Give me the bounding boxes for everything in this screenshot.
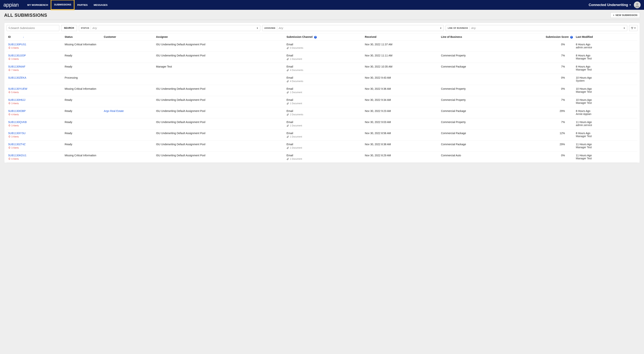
alerts-badge: 3 Alerts: [8, 147, 62, 149]
search-button[interactable]: SEARCH: [61, 25, 77, 31]
status-filter-value: Any: [92, 26, 255, 29]
assignee-cell: Manager Test: [154, 63, 285, 74]
workspace-switcher[interactable]: Connected Underwriting ▼: [589, 3, 631, 7]
nav-tab-parties[interactable]: PARTIES: [74, 0, 90, 10]
assignee-cell: ISU Underwriting Default Assignment Pool: [154, 140, 285, 151]
toolbar: SEARCH STATUS Any ▼ ASSIGNEE Any ▼ LINE …: [4, 22, 640, 163]
search-input[interactable]: [11, 26, 58, 29]
alerts-badge: 4 Alerts: [8, 158, 62, 160]
lob-cell: Commercial Property: [440, 85, 509, 96]
more-filters-button[interactable]: ▼: [629, 25, 638, 31]
submission-id-link[interactable]: SUB1130JJOP: [8, 54, 62, 57]
lob-cell: Commercial Property: [440, 96, 509, 107]
score-cell: 12%: [509, 129, 574, 140]
received-cell: Nov 30, 2022 11:37 AM: [364, 40, 440, 51]
customer-link[interactable]: Argo Real Estate: [104, 109, 124, 112]
channel-cell: Email4 Documents: [285, 74, 363, 85]
channel-cell: Email1 Document: [285, 129, 363, 140]
documents-count: 1 Document: [286, 58, 362, 60]
submission-id-link[interactable]: SUB1130ZEKA: [8, 76, 62, 79]
submission-id-link[interactable]: SUB1130H6JJ: [8, 98, 62, 101]
lob-cell: Commercial Property: [440, 51, 509, 63]
search-input-wrap[interactable]: [6, 25, 59, 31]
assignee-cell: ISU Underwriting Default Assignment Pool: [154, 40, 285, 51]
documents-count: 1 Document: [286, 135, 362, 138]
col-header-status[interactable]: Status: [63, 33, 102, 41]
documents-count: 1 Document: [286, 124, 362, 127]
status-cell: Processing: [63, 74, 102, 85]
col-header-channel[interactable]: Submission Channel ?: [285, 33, 363, 41]
submission-id-link[interactable]: SUB1130KDU1: [8, 154, 62, 157]
table-row: SUB1130KDU14 AlertsMissing Critical Info…: [6, 151, 638, 163]
status-cell: Ready: [63, 51, 102, 63]
documents-count: 1 Document: [286, 102, 362, 105]
nav-tabs: MY WORKBENCHSUBMISSIONSPARTIESMESSAGES: [24, 0, 110, 10]
assignee-cell: ISU Underwriting Default Assignment Pool: [154, 96, 285, 107]
col-header-lob[interactable]: Line of Business: [440, 33, 509, 41]
assignee-cell: ISU Underwriting Default Assignment Pool: [154, 129, 285, 140]
paperclip-icon: [286, 58, 289, 60]
modified-cell: 10 Hours AgoManager Test: [574, 85, 638, 96]
col-header-modified[interactable]: Last Modified: [574, 33, 638, 41]
alerts-badge: 3 Alerts: [8, 102, 62, 105]
received-cell: Nov 30, 2022 9:43 AM: [364, 74, 440, 85]
status-cell: Ready: [63, 118, 102, 129]
modified-cell: 11 Hours AgoManager Test: [574, 151, 638, 163]
modified-cell: 10 Hours AgoSystem: [574, 74, 638, 85]
customer-cell: [102, 151, 154, 163]
submission-id-link[interactable]: SUB1130IYSU: [8, 132, 62, 135]
assignee-cell: ISU Underwriting Default Assignment Pool: [154, 85, 285, 96]
assignee-cell: ISU Underwriting Default Assignment Pool: [154, 51, 285, 63]
submission-id-link[interactable]: SUB1130QVKB: [8, 121, 62, 124]
customer-cell: [102, 63, 154, 74]
submission-id-link[interactable]: SUB11302T4Z: [8, 143, 62, 146]
customer-cell: [102, 74, 154, 85]
col-header-score[interactable]: Submission Score ?: [509, 33, 574, 41]
customer-cell[interactable]: Argo Real Estate: [102, 107, 154, 118]
help-icon[interactable]: ?: [570, 36, 573, 38]
table-row: SUB1130QVKB3 AlertsReadyISU Underwriting…: [6, 118, 638, 129]
assignee-cell: ISU Underwriting Default Assignment Pool: [154, 151, 285, 163]
new-submission-button[interactable]: + NEW SUBMISSION: [610, 12, 640, 18]
score-cell: 7%: [509, 51, 574, 63]
help-icon[interactable]: ?: [314, 36, 317, 38]
assignee-filter[interactable]: ASSIGNEE Any ▼: [262, 25, 444, 31]
table-row: SUB1130NIAF7 AlertsReadyManager TestEmai…: [6, 63, 638, 74]
lob-cell: Commercial Property: [440, 118, 509, 129]
channel-cell: Email1 Document: [285, 85, 363, 96]
score-cell: 0%: [509, 151, 574, 163]
bell-icon: [8, 135, 11, 138]
status-cell: Missing Critical Information: [63, 40, 102, 51]
status-filter-label: STATUS: [81, 27, 89, 29]
score-cell: 0%: [509, 85, 574, 96]
submission-id-link[interactable]: SUB1130PUS1: [8, 43, 62, 46]
svg-point-1: [9, 27, 10, 28]
submission-id-link[interactable]: SUB1130NIAF: [8, 65, 62, 68]
status-cell: Ready: [63, 63, 102, 74]
nav-tab-submissions[interactable]: SUBMISSIONS: [51, 0, 74, 10]
received-cell: Nov 30, 2022 9:36 AM: [364, 85, 440, 96]
bell-icon: [8, 102, 11, 105]
nav-tab-my-workbench[interactable]: MY WORKBENCH: [24, 0, 51, 10]
modified-cell: 8 Hours Agoadmin.service: [574, 40, 638, 51]
bell-icon: [8, 124, 11, 127]
customer-cell: [102, 129, 154, 140]
lob-filter[interactable]: LINE OF BUSINESS Any ▼: [446, 25, 627, 31]
brand-logo[interactable]: appian: [4, 2, 19, 8]
plus-icon: +: [613, 14, 614, 16]
col-header-received[interactable]: Received: [364, 33, 440, 41]
workspace-label: Connected Underwriting: [589, 3, 628, 7]
nav-tab-messages[interactable]: MESSAGES: [91, 0, 111, 10]
submission-id-link[interactable]: SUB1130YUEW: [8, 87, 62, 90]
channel-cell: Email1 Document: [285, 140, 363, 151]
received-cell: Nov 30, 2022 9:34 AM: [364, 96, 440, 107]
col-header-customer[interactable]: Customer: [102, 33, 154, 41]
received-cell: Nov 30, 2022 11:11 AM: [364, 51, 440, 63]
col-header-id[interactable]: ID ↓: [6, 33, 63, 41]
status-filter[interactable]: STATUS Any ▼: [79, 25, 260, 31]
col-header-assignee[interactable]: Assignee: [154, 33, 285, 41]
caret-down-icon: ▼: [256, 27, 258, 29]
submission-id-link[interactable]: SUB1130IOBP: [8, 109, 62, 112]
modified-cell: 8 Hours AgoManager Test: [574, 129, 638, 140]
avatar[interactable]: [634, 1, 640, 8]
